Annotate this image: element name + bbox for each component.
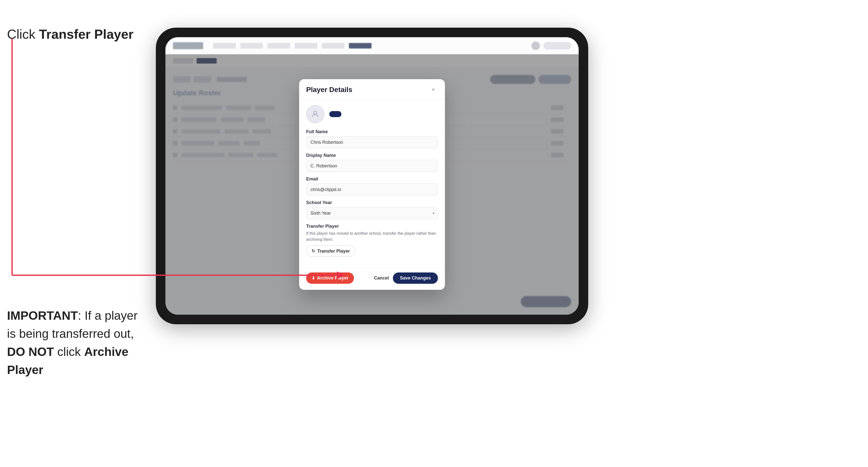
archive-icon: ⬇ [312,276,315,280]
header-right [531,41,571,50]
archive-player-button[interactable]: ⬇ Archive Player [306,273,354,284]
email-label: Email [306,177,438,182]
instruction-bottom: IMPORTANT: If a player is being transfer… [7,307,138,379]
transfer-player-label: Transfer Player [317,249,350,254]
full-name-group: Full Name [306,129,438,148]
email-group: Email [306,177,438,195]
transfer-section: Transfer Player If this player has moved… [306,224,438,257]
display-name-label: Display Name [306,153,438,158]
cancel-label: Cancel [374,276,389,280]
modal-title: Player Details [306,86,352,94]
instruction-do-not: DO NOT [7,345,54,359]
save-changes-label: Save Changes [400,276,431,280]
modal-body: Full Name Display Name Email [299,99,445,268]
upload-photo-button[interactable] [329,111,341,117]
school-year-group: School Year Sixth Year First Year Second… [306,200,438,219]
instruction-bold: Transfer Player [39,27,133,41]
instruction-top: Click Transfer Player [7,25,133,43]
tablet-device: Update Roster [156,28,588,324]
avatar-circle [306,105,324,123]
nav-item-dashboard [213,43,236,49]
nav-item-schedule [294,43,317,49]
nav-item-stats [322,43,344,49]
full-name-label: Full Name [306,129,438,134]
app-logo [173,42,203,49]
avatar-section [306,105,438,123]
player-details-modal: Player Details × [299,79,445,290]
modal-footer: ⬇ Archive Player Cancel Save Changes [299,268,445,290]
transfer-player-button[interactable]: ↻ Transfer Player [306,246,355,257]
person-icon [311,110,320,119]
tablet-screen: Update Roster [165,37,579,315]
school-year-label: School Year [306,200,438,205]
display-name-input[interactable] [306,160,438,172]
header-nav [213,43,526,49]
full-name-input[interactable] [306,136,438,148]
instruction-text3: click [54,345,84,359]
display-name-group: Display Name [306,153,438,172]
instruction-important: IMPORTANT [7,309,78,322]
svg-point-0 [314,111,317,114]
transfer-icon: ↻ [311,248,315,254]
cancel-button[interactable]: Cancel [374,276,389,281]
content-area: Update Roster [165,54,579,315]
instruction-text-prefix: Click [7,27,39,41]
transfer-section-label: Transfer Player [306,224,438,229]
modal-header: Player Details × [299,79,445,99]
app-header [165,37,579,54]
nav-item-tournaments [240,43,263,49]
close-icon: × [432,87,435,93]
save-changes-button[interactable]: Save Changes [393,273,438,284]
nav-item-teams [268,43,290,49]
header-action-btn [544,42,571,50]
transfer-description: If this player has moved to another scho… [306,230,438,243]
school-year-select-wrapper: Sixth Year First Year Second Year Third … [306,207,438,219]
modal-overlay: Player Details × [165,54,579,315]
archive-player-label: Archive Player [317,276,348,281]
nav-item-roster [349,43,372,49]
email-input[interactable] [306,184,438,195]
user-avatar [531,41,540,50]
school-year-select[interactable]: Sixth Year First Year Second Year Third … [306,207,438,219]
modal-close-button[interactable]: × [429,85,438,94]
